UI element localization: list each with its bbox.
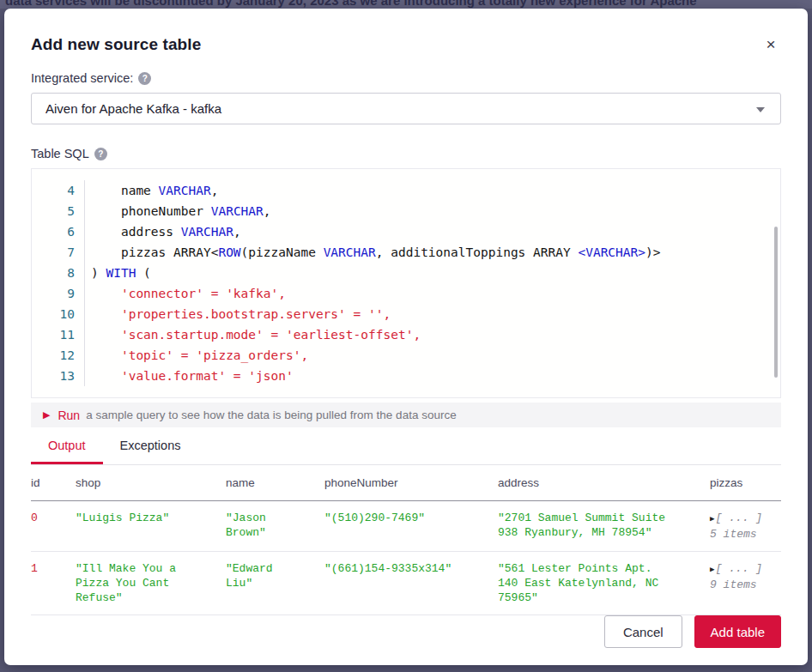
line-number: 13 [32,366,85,386]
background-page-clipped-text: data services will be discontinued by Ja… [0,0,812,9]
expand-array-icon[interactable]: ▶ [710,566,714,574]
editor-scrollbar-thumb[interactable] [774,227,778,378]
line-number: 4 [32,180,85,201]
code-text: phoneNumber VARCHAR, [85,201,271,221]
code-line: 7 pizzas ARRAY<ROW(pizzaName VARCHAR, ad… [32,242,780,263]
line-number: 11 [32,324,85,345]
code-line: 8) WITH ( [32,263,780,283]
output-table: id shop name phoneNumber address pizzas … [31,465,781,615]
cell-pizzas: ▶[ ... ]9 items [710,552,781,614]
code-line: 5 phoneNumber VARCHAR, [32,201,780,221]
tab-output[interactable]: Output [31,429,103,464]
line-number: 10 [32,304,85,324]
cell-phonenumber: "(510)290-7469" [324,501,498,551]
cell-name: "Jason Brown" [226,501,324,551]
cell-address: "2701 Samuel Summit Suite 938 Ryanbury, … [498,501,710,551]
result-tabs: Output Exceptions [31,429,781,465]
cell-id: 1 [31,552,76,614]
code-text: 'scan.startup.mode' = 'earliest-offset', [85,324,421,345]
array-preview-text: [ ... ] [715,562,762,575]
output-table-body: 0"Luigis Pizza""Jason Brown""(510)290-74… [31,501,781,615]
code-line: 11 'scan.startup.mode' = 'earliest-offse… [32,324,780,345]
array-item-count: 9 items [710,578,766,592]
run-label: Run [58,409,80,422]
column-header-shop: shop [76,465,226,500]
expand-array-icon[interactable]: ▶ [710,515,714,524]
cell-shop: "Ill Make You a Pizza You Cant Refuse" [76,552,226,614]
cell-id: 0 [31,501,76,551]
line-number: 5 [32,201,85,221]
pizzas-array-preview: ▶[ ... ] [710,561,766,578]
add-table-button[interactable]: Add table [694,615,781,648]
code-text: pizzas ARRAY<ROW(pizzaName VARCHAR, addi… [85,242,661,263]
help-icon[interactable]: ? [94,148,107,160]
table-row: 1"Ill Make You a Pizza You Cant Refuse""… [31,552,781,615]
column-header-name: name [226,465,324,500]
code-line: 10 'properties.bootstrap.servers' = '', [32,304,780,324]
line-number: 7 [32,242,85,263]
integrated-service-select[interactable]: Aiven for Apache Kafka - kafka [31,93,781,124]
output-table-header: id shop name phoneNumber address pizzas [31,465,781,501]
line-number: 8 [32,263,85,283]
tab-exceptions[interactable]: Exceptions [103,429,198,464]
line-number: 9 [32,283,85,304]
code-line: 6 address VARCHAR, [32,221,780,242]
column-header-id: id [31,465,76,500]
modal-title: Add new source table [31,35,781,54]
close-icon[interactable]: × [760,34,781,55]
help-icon[interactable]: ? [138,72,151,85]
column-header-phonenumber: phoneNumber [324,465,498,500]
array-preview-text: [ ... ] [715,512,762,524]
code-line: 4 name VARCHAR, [32,180,780,201]
run-button[interactable]: ▶ Run [43,409,80,422]
cell-address: "561 Lester Points Apt. 140 East Katelyn… [498,552,710,614]
code-text: ) WITH ( [85,263,151,283]
modal-footer: Cancel Add table [604,615,781,648]
cell-shop: "Luigis Pizza" [76,501,226,551]
pizzas-array-preview: ▶[ ... ] [710,511,766,527]
code-text: 'connector' = 'kafka', [85,283,286,304]
column-header-pizzas: pizzas [710,465,781,500]
code-text: 'value.format' = 'json' [85,366,294,386]
cell-phonenumber: "(661)154-9335x314" [324,552,498,614]
line-number: 6 [32,221,85,242]
code-line: 12 'topic' = 'pizza_orders', [32,345,780,366]
array-item-count: 5 items [710,527,766,542]
cell-name: "Edward Liu" [226,552,324,614]
code-line: 9 'connector' = 'kafka', [32,283,780,304]
sql-code-editor[interactable]: 4 name VARCHAR,5 phoneNumber VARCHAR,6 a… [31,168,781,398]
integrated-service-field: Integrated service: ? Aiven for Apache K… [31,71,781,124]
cancel-button[interactable]: Cancel [604,615,682,648]
line-number: 12 [32,345,85,366]
add-source-table-modal: Add new source table × Integrated servic… [4,9,808,665]
table-row: 0"Luigis Pizza""Jason Brown""(510)290-74… [31,501,781,552]
integrated-service-label: Integrated service: [31,71,133,85]
run-bar: ▶ Run a sample query to see how the data… [31,403,781,427]
integrated-service-value: Aiven for Apache Kafka - kafka [45,101,221,116]
modal-header: Add new source table × [31,9,781,54]
background-text: data services will be discontinued by Ja… [5,0,697,8]
column-header-address: address [498,465,710,500]
play-icon: ▶ [43,409,50,421]
table-sql-label: Table SQL [31,147,89,160]
code-line: 13 'value.format' = 'json' [32,366,780,386]
table-sql-field: Table SQL ? 4 name VARCHAR,5 phoneNumber… [31,147,781,398]
code-text: address VARCHAR, [85,221,241,242]
code-text: 'topic' = 'pizza_orders', [85,345,308,366]
chevron-down-icon [756,107,765,112]
code-text: 'properties.bootstrap.servers' = '', [85,304,391,324]
code-text: name VARCHAR, [85,180,218,201]
run-description: a sample query to see how the data is be… [86,409,457,421]
cell-pizzas: ▶[ ... ]5 items [710,501,781,551]
